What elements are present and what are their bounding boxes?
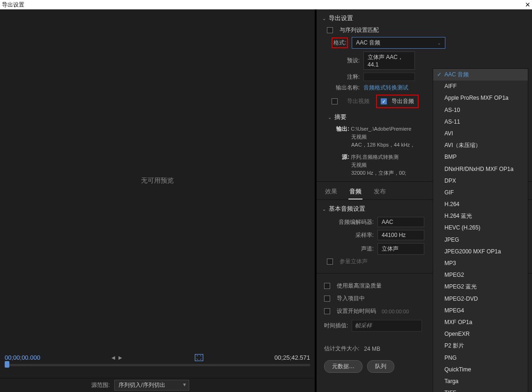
- output-name-label: 输出名称:: [332, 84, 360, 92]
- format-option[interactable]: AIFF: [433, 81, 528, 92]
- sample-label: 采样率:: [332, 231, 374, 239]
- chevron-down-icon[interactable]: ⌄: [322, 207, 326, 212]
- close-icon[interactable]: ×: [525, 0, 530, 10]
- format-option[interactable]: MPEG4: [433, 305, 528, 317]
- format-option[interactable]: Apple ProRes MXF OP1a: [433, 92, 528, 104]
- format-option[interactable]: H.264 蓝光: [433, 210, 528, 222]
- format-option[interactable]: QuickTime: [433, 364, 528, 376]
- codec-label: 音频编解码器:: [332, 218, 374, 226]
- format-option[interactable]: DPX: [433, 175, 528, 187]
- comment-input[interactable]: [363, 73, 415, 81]
- timecode-value: 00:00:00:00: [382, 309, 409, 314]
- preview-panel: 无可用预览 00;00;00.000 ◀ ▶ ⛶ 00;25;42.571 源范…: [0, 9, 315, 392]
- format-option[interactable]: OpenEXR: [433, 328, 528, 340]
- match-sequence-label: 与序列设置匹配: [340, 26, 379, 34]
- import-project-checkbox[interactable]: [324, 296, 330, 302]
- channel-dropdown[interactable]: 立体声: [377, 243, 424, 255]
- max-quality-label: 使用最高渲染质量: [337, 282, 382, 290]
- channel-label: 声道:: [332, 245, 374, 253]
- timeline: 00;00;00.000 ◀ ▶ ⛶ 00;25;42.571: [0, 352, 315, 378]
- timeline-slider[interactable]: [5, 364, 310, 366]
- format-option[interactable]: BMP: [433, 151, 528, 163]
- est-size-label: 估计文件大小:: [324, 345, 359, 353]
- tab-audio[interactable]: 音频: [348, 185, 362, 200]
- format-option[interactable]: AS-10: [433, 104, 528, 116]
- import-project-label: 导入项目中: [337, 295, 365, 303]
- export-audio-label: 导出音频: [392, 97, 414, 105]
- tab-effects[interactable]: 效果: [324, 185, 338, 200]
- codec-dropdown[interactable]: AAC: [377, 217, 424, 227]
- format-option[interactable]: AVI: [433, 128, 528, 140]
- export-audio-checkbox[interactable]: [381, 98, 387, 104]
- match-sequence-checkbox[interactable]: [327, 27, 333, 33]
- set-timecode-label: 设置开始时间码: [337, 307, 376, 315]
- format-option[interactable]: MPEG2-DVD: [433, 293, 528, 305]
- time-start[interactable]: 00;00;00.000: [5, 354, 40, 361]
- export-video-checkbox[interactable]: [332, 98, 338, 104]
- output-name-link[interactable]: 音频格式转换测试: [363, 84, 408, 92]
- interp-input[interactable]: 帧采样: [352, 320, 422, 332]
- comment-label: 注释:: [332, 73, 360, 81]
- fit-icon[interactable]: ⛶: [195, 354, 203, 361]
- source-summary-label: 源:: [342, 154, 349, 160]
- sample-dropdown[interactable]: 44100 Hz: [377, 230, 424, 240]
- no-preview-text: 无可用预览: [141, 177, 174, 185]
- audio-settings-header: 基本音频设置: [329, 205, 365, 213]
- window-title: 导出设置: [2, 1, 24, 9]
- format-option[interactable]: AVI（未压缩）: [433, 140, 528, 151]
- format-option[interactable]: MPEG2: [433, 269, 528, 281]
- format-option[interactable]: PNG: [433, 352, 528, 364]
- tab-publish[interactable]: 发布: [373, 185, 387, 200]
- source-range-label: 源范围:: [91, 381, 110, 389]
- preset-label: 预设:: [332, 57, 360, 65]
- format-option[interactable]: HEVC (H.265): [433, 222, 528, 234]
- settings-panel: ⌄ 导出设置 与序列设置匹配 格式: AAC 音频 ⌄ 预设: 立体声 A: [317, 9, 532, 392]
- param-stereo-label: 参量立体声: [340, 258, 368, 266]
- summary-header: 摘要: [334, 113, 347, 121]
- set-timecode-checkbox[interactable]: [324, 308, 330, 314]
- chevron-down-icon[interactable]: ⌄: [328, 115, 332, 120]
- format-option[interactable]: JPEG2000 MXF OP1a: [433, 246, 528, 258]
- format-option[interactable]: P2 影片: [433, 340, 528, 352]
- format-option[interactable]: JPEG: [433, 234, 528, 246]
- format-option[interactable]: MP3: [433, 258, 528, 269]
- format-dropdown[interactable]: AAC 音频 ⌄: [352, 37, 445, 49]
- output-summary-label: 输出:: [336, 126, 349, 132]
- format-option[interactable]: Targa: [433, 376, 528, 387]
- format-option[interactable]: GIF: [433, 187, 528, 199]
- export-video-label: 导出视频: [347, 97, 369, 105]
- format-option[interactable]: MXF OP1a: [433, 317, 528, 328]
- queue-button[interactable]: 队列: [367, 360, 394, 373]
- format-option[interactable]: MPEG2 蓝光: [433, 281, 528, 293]
- preset-dropdown[interactable]: 立体声 AAC，44.1: [363, 52, 415, 70]
- format-label-highlight: 格式:: [332, 37, 348, 48]
- format-option[interactable]: AAC 音频: [433, 69, 528, 81]
- format-option[interactable]: DNxHR/DNxHD MXF OP1a: [433, 163, 528, 175]
- est-size-value: 24 MB: [364, 346, 380, 352]
- chevron-down-icon: ⌄: [437, 41, 441, 45]
- step-icons[interactable]: ◀ ▶: [111, 355, 123, 360]
- format-option[interactable]: AS-11: [433, 116, 528, 128]
- interp-label: 时间插值:: [324, 322, 348, 330]
- param-stereo-checkbox[interactable]: [327, 259, 333, 265]
- time-end: 00;25;42.571: [274, 354, 310, 361]
- format-label: 格式:: [333, 39, 346, 46]
- max-quality-checkbox[interactable]: [324, 283, 330, 289]
- export-settings-header: 导出设置: [329, 14, 353, 22]
- timeline-thumb[interactable]: [5, 361, 9, 368]
- chevron-down-icon[interactable]: ⌄: [322, 16, 326, 21]
- format-option[interactable]: H.264: [433, 199, 528, 210]
- metadata-button[interactable]: 元数据…: [324, 360, 362, 373]
- format-option[interactable]: TIFF: [433, 387, 528, 392]
- format-options-list: AAC 音频AIFFApple ProRes MXF OP1aAS-10AS-1…: [433, 68, 528, 392]
- source-range-select[interactable]: 序列切入/序列切出: [114, 380, 189, 391]
- export-audio-highlight: 导出音频: [376, 95, 419, 108]
